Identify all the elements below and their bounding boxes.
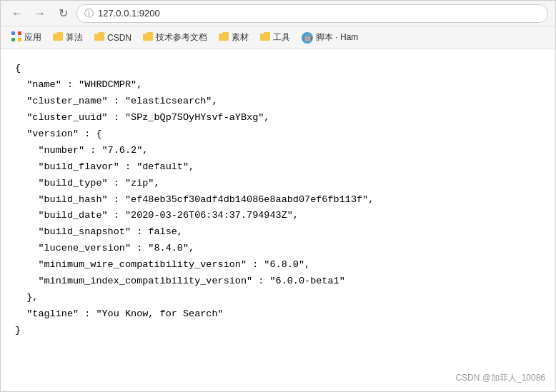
folder-icon-1 <box>53 32 63 43</box>
bookmark-jishu-label: 技术参考文档 <box>156 31 207 44</box>
reload-button[interactable]: ↻ <box>54 4 72 23</box>
address-bar[interactable]: ⓘ 127.0.0.1:9200 <box>76 4 548 23</box>
bookmark-apps-label: 应用 <box>24 31 41 44</box>
folder-icon-3 <box>143 32 153 43</box>
svg-rect-0 <box>11 31 15 35</box>
robot-icon: 🤖 <box>302 32 313 44</box>
bookmark-csdn-label: CSDN <box>107 33 131 43</box>
json-output: { "name" : "WHRDCMPR", "cluster_name" : … <box>15 61 541 339</box>
bookmark-suanfa[interactable]: 算法 <box>48 29 88 46</box>
apps-icon <box>11 31 21 44</box>
info-icon: ⓘ <box>84 7 94 20</box>
bookmark-csdn[interactable]: CSDN <box>89 30 136 45</box>
bookmark-gongju-label: 工具 <box>273 31 290 44</box>
content-area: { "name" : "WHRDCMPR", "cluster_name" : … <box>1 49 555 391</box>
bookmark-gongju[interactable]: 工具 <box>255 29 295 46</box>
forward-button[interactable]: → <box>31 4 49 23</box>
bookmarks-bar: 应用 算法 CSDN <box>1 26 555 49</box>
bookmark-sucai-label: 素材 <box>232 31 249 44</box>
svg-rect-1 <box>18 31 21 35</box>
folder-icon-5 <box>260 32 270 43</box>
back-button[interactable]: ← <box>8 4 26 23</box>
browser-window: ← → ↻ ⓘ 127.0.0.1:9200 应用 <box>0 0 556 392</box>
svg-rect-2 <box>11 38 15 41</box>
bookmark-apps[interactable]: 应用 <box>6 29 46 46</box>
bookmark-jiaoben[interactable]: 🤖 脚本 · Ham <box>297 29 363 46</box>
bookmark-suanfa-label: 算法 <box>66 31 83 44</box>
bookmark-jiaoben-label: 脚本 · Ham <box>316 31 358 44</box>
svg-rect-3 <box>18 38 21 41</box>
title-bar: ← → ↻ ⓘ 127.0.0.1:9200 <box>1 1 555 26</box>
bookmark-sucai[interactable]: 素材 <box>214 29 254 46</box>
folder-icon-2 <box>94 32 104 43</box>
bookmark-jishu[interactable]: 技术参考文档 <box>138 29 212 46</box>
watermark: CSDN @加菲人_10086 <box>455 372 545 384</box>
url-text: 127.0.0.1:9200 <box>98 8 160 19</box>
folder-icon-4 <box>219 32 229 43</box>
